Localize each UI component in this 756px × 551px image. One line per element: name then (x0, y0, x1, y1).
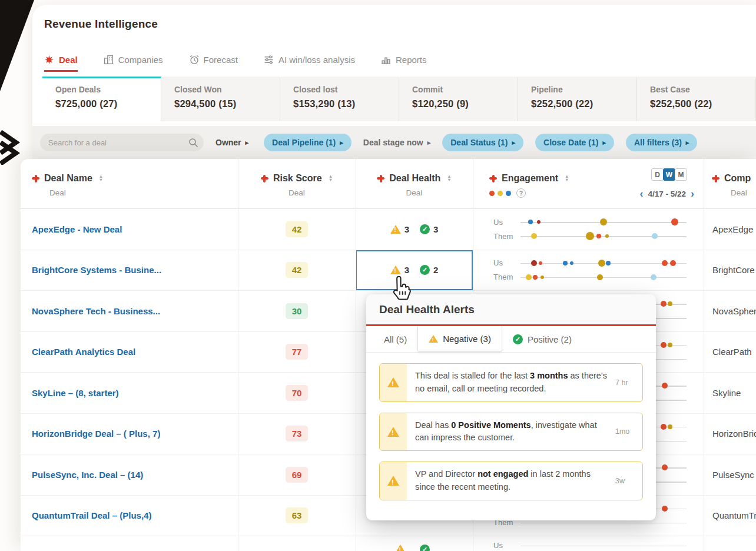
deal-health-cell[interactable]: ✓ (356, 536, 473, 551)
summary-card-open-deals[interactable]: Open Deals$725,000 (27) (42, 77, 161, 121)
card-value: $294,500 (15) (174, 98, 280, 109)
alert-item: This deal is stalled for the last 3 mont… (379, 363, 643, 402)
risk-score-badge: 70 (286, 385, 308, 401)
page-title: Revenue Intelligence (44, 18, 158, 31)
deal-name-cell: NovaSphere Tech - Business... (21, 291, 238, 331)
deal-name-cell (21, 536, 238, 551)
chevron-down-icon: ▸ (686, 139, 689, 147)
engagement-dot (596, 234, 601, 238)
alerts-list: This deal is stalled for the last 3 mont… (366, 353, 656, 511)
deal-name-link[interactable]: SkyLine – (8, starter) (32, 388, 119, 398)
alert-tab-negative-3[interactable]: Negative (3) (417, 326, 502, 352)
health-positive-value: 2 (433, 265, 438, 275)
deal-name-link[interactable]: NovaSphere Tech - Business... (32, 306, 160, 316)
alert-item: VP and Director not engaged in last 2 mo… (379, 462, 643, 500)
engagement-track (520, 232, 687, 240)
deal-health-cell[interactable]: 3✓2 (356, 250, 473, 291)
alert-tab-positive-2[interactable]: ✓Positive (2) (502, 326, 582, 352)
card-value: $120,250 (9) (412, 98, 518, 109)
period-toggle-d[interactable]: D (651, 168, 664, 181)
chevron-right-icon[interactable]: › (691, 188, 694, 199)
ai-icon (264, 55, 274, 65)
company-cell: NovaSphere (704, 291, 756, 331)
nav-tab-reports[interactable]: Reports (381, 55, 427, 72)
alert-tab-all-5[interactable]: All (5) (373, 326, 417, 352)
warning-icon (390, 265, 401, 274)
filter-all-filters-3[interactable]: All filters (3)▸ (626, 134, 697, 151)
alert-icon-strip (380, 364, 407, 401)
warning-icon (387, 427, 399, 437)
filter-deal-status-1[interactable]: Deal Status (1)▸ (442, 134, 523, 151)
engagement-cell: UsThem (473, 536, 704, 551)
deal-name-link[interactable]: ClearPath Analytics Deal (32, 347, 135, 357)
deal-name-cell: ApexEdge - New Deal (21, 209, 238, 250)
alert-icon-strip (380, 413, 407, 451)
deal-name-link[interactable]: HorizonBridge Deal – ( Plus, 7) (32, 429, 160, 439)
health-negative-count: 3 (390, 224, 409, 234)
risk-score-badge: 42 (286, 262, 308, 278)
sort-icon[interactable]: ▲▼ (447, 175, 451, 182)
chevron-down-icon: ▸ (602, 139, 606, 147)
engagement-them-line: Them (493, 232, 704, 241)
summary-card-closed-won[interactable]: Closed Won$294,500 (15) (161, 77, 280, 121)
summary-card-best-case[interactable]: Best Case$252,500 (22) (637, 77, 756, 121)
deal-search[interactable] (40, 134, 204, 151)
risk-score-cell: 42 (238, 250, 356, 291)
column-header-engagement[interactable]: Engagement ▲▼ ? DWM ‹ 4/17 - 5/22 › (473, 159, 704, 208)
column-header-deal-health[interactable]: Deal Health ▲▼ Deal (356, 159, 473, 208)
check-icon: ✓ (420, 224, 430, 234)
card-label: Best Case (650, 85, 755, 94)
engagement-dot (570, 261, 573, 265)
column-header-company[interactable]: Comp Deal (704, 159, 756, 208)
column-label: Deal Health (389, 173, 440, 184)
filter-owner[interactable]: Owner▸ (215, 134, 248, 151)
filter-close-date-1[interactable]: Close Date (1)▸ (535, 134, 614, 151)
warning-icon (390, 225, 401, 234)
engagement-dot (586, 232, 594, 240)
risk-score-badge: 77 (286, 344, 308, 360)
chevron-left-icon[interactable]: ‹ (639, 188, 643, 199)
risk-score-badge: 30 (286, 303, 308, 319)
column-header-risk-score[interactable]: Risk Score ▲▼ Deal (238, 159, 356, 208)
filter-deal-pipeline-1[interactable]: Deal Pipeline (1)▸ (264, 134, 352, 151)
warning-icon (395, 545, 406, 551)
health-negative-value: 3 (404, 224, 409, 234)
deal-name-link[interactable]: QuantumTrail Deal – (Plus,4) (32, 510, 151, 520)
summary-card-pipeline[interactable]: Pipeline$252,500 (22) (518, 77, 637, 121)
engagement-dot (670, 260, 676, 266)
nav-tab-forecast[interactable]: Forecast (189, 55, 238, 72)
column-header-deal-name[interactable]: Deal Name ▲▼ Deal (21, 159, 238, 208)
deal-name-link[interactable]: ApexEdge - New Deal (32, 224, 122, 234)
risk-score-badge: 42 (286, 221, 308, 237)
summary-card-commit[interactable]: Commit$120,250 (9) (399, 77, 518, 121)
period-toggle-m[interactable]: M (675, 168, 687, 181)
column-divider (356, 159, 356, 551)
deal-health-alerts-popup: Deal Health Alerts All (5)Negative (3)✓P… (366, 294, 656, 520)
card-label: Commit (412, 85, 518, 94)
nav-tab-companies[interactable]: Companies (104, 55, 163, 72)
company-cell: PulseSync (704, 454, 756, 495)
card-value: $252,500 (22) (650, 98, 755, 109)
nav-tab-ai-win-loss-analysis[interactable]: AI win/loss analysis (264, 55, 355, 72)
health-negative-value: 3 (404, 265, 409, 275)
chevron-down-icon: ▸ (246, 139, 249, 147)
sort-icon[interactable]: ▲▼ (329, 175, 333, 182)
help-icon[interactable]: ? (516, 188, 526, 198)
deal-name-link[interactable]: BrightCore Systems - Busine... (32, 265, 161, 275)
warning-icon (387, 476, 399, 486)
filter-deal-stage-now[interactable]: Deal stage now▸ (363, 134, 430, 151)
engagement-track (520, 218, 687, 226)
risk-score-column-icon (261, 175, 268, 182)
summary-card-closed-lost[interactable]: Closed lost$153,290 (13) (280, 77, 399, 121)
search-input[interactable] (40, 134, 204, 151)
deal-name-link[interactable]: PulseSync, Inc. Deal – (14) (32, 470, 143, 480)
nav-tab-deal[interactable]: Deal (44, 55, 78, 72)
top-nav: DealCompaniesForecastAI win/loss analysi… (44, 48, 427, 72)
nav-tab-label: Forecast (204, 55, 238, 65)
sort-icon[interactable]: ▲▼ (99, 175, 103, 182)
engagement-column-icon (489, 175, 497, 182)
period-toggle-w[interactable]: W (663, 168, 675, 181)
deal-health-cell[interactable]: 3✓3 (356, 209, 473, 250)
engagement-dot (661, 342, 667, 348)
sort-icon[interactable]: ▲▼ (565, 175, 569, 182)
